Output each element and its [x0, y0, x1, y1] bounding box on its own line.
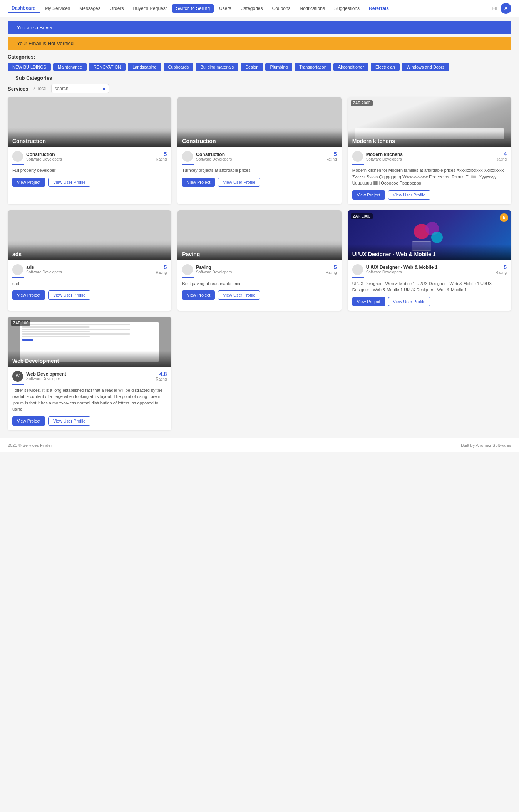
card-separator — [12, 164, 24, 165]
card-price-badge: ZAR 100 — [11, 320, 30, 326]
category-btn[interactable]: Electrician — [371, 63, 400, 71]
card-actions: View Project View User Profile — [352, 297, 507, 306]
view-user-profile-button[interactable]: View User Profile — [388, 190, 430, 200]
search-box[interactable]: ● — [51, 84, 109, 93]
service-description: Turnkey projects at affordable prices — [182, 167, 337, 174]
service-name: Construction — [196, 152, 232, 157]
category-btn[interactable]: Landscaping — [128, 63, 161, 71]
category-btn[interactable]: NEW BUILDINGS — [8, 63, 51, 71]
card-rating-badge: 5 — [500, 213, 508, 222]
card-title-overlay: Construction — [8, 131, 171, 147]
nav-orders[interactable]: Orders — [106, 4, 128, 13]
card-image: ads — [8, 210, 171, 260]
card-actions: View Project View User Profile — [12, 178, 167, 187]
avatar[interactable]: A — [501, 3, 511, 14]
navbar: Dashboard My Services Messages Orders Bu… — [0, 0, 519, 17]
view-user-profile-button[interactable]: View User Profile — [388, 297, 430, 306]
card-body: — Modern kitchens Software Developers 4 … — [348, 147, 511, 204]
category-btn[interactable]: Design — [241, 63, 263, 71]
service-rating: 5 — [164, 151, 167, 157]
nav-coupons[interactable]: Coupons — [268, 4, 295, 13]
card-separator — [352, 164, 364, 165]
view-user-profile-button[interactable]: View User Profile — [48, 416, 90, 426]
card-image: Construction — [8, 97, 171, 147]
category-btn[interactable]: Building materials — [196, 63, 238, 71]
card-title-overlay: Web Development — [8, 351, 171, 367]
nav-categories[interactable]: Categories — [236, 4, 266, 13]
rating-label: Rating — [496, 270, 507, 275]
category-btn[interactable]: Plumbing — [265, 63, 292, 71]
nav-my-services[interactable]: My Services — [41, 4, 74, 13]
card-separator — [352, 277, 364, 278]
nav-messages[interactable]: Messages — [75, 4, 104, 13]
view-project-button[interactable]: View Project — [12, 178, 45, 187]
service-description: I offer services. It is a long establish… — [12, 387, 167, 413]
service-category: Software Developers — [196, 157, 232, 161]
nav-dashboard[interactable]: Dashboard — [8, 4, 40, 13]
view-user-profile-button[interactable]: View User Profile — [218, 290, 260, 300]
service-card: Construction — Construction Software Dev… — [8, 97, 171, 204]
nav-switch-selling[interactable]: Switch to Selling — [172, 4, 214, 13]
category-btn[interactable]: Cupboards — [164, 63, 194, 71]
avatar-initials: HL — [492, 6, 498, 11]
nav-notifications[interactable]: Notifications — [296, 4, 329, 13]
service-name: Web Development — [26, 371, 66, 377]
sub-categories-section: Sub Categories Services 7 Total ● — [8, 75, 511, 93]
nav-users[interactable]: Users — [215, 4, 235, 13]
service-name: Construction — [26, 152, 62, 157]
search-input[interactable] — [55, 86, 101, 91]
card-actions: View Project View User Profile — [12, 290, 167, 300]
category-btn[interactable]: Airconditioner — [333, 63, 368, 71]
card-meta: W Web Development Software Developer 4.8… — [12, 371, 167, 382]
card-title-overlay: Modern kitchens — [348, 131, 511, 147]
card-avatar: — — [12, 151, 23, 162]
card-body: — UI/UX Designer - Web & Mobile 1 Softwa… — [348, 260, 511, 311]
service-description: UI/UX Designer - Web & Mobile 1 UI/UX De… — [352, 280, 507, 293]
card-title-overlay: Construction — [177, 131, 341, 147]
rating-label: Rating — [496, 157, 507, 161]
services-label: Services — [8, 86, 28, 92]
footer-copyright: 2021 © Services Finder — [8, 443, 52, 448]
rating-label: Rating — [156, 377, 167, 381]
view-project-button[interactable]: View Project — [182, 178, 215, 187]
service-name: UI/UX Designer - Web & Mobile 1 — [366, 265, 438, 270]
card-avatar: — — [352, 151, 363, 162]
view-project-button[interactable]: View Project — [352, 297, 385, 306]
footer-built-by: Built by Anomaz Softwares — [461, 443, 511, 448]
card-avatar: — — [182, 264, 193, 275]
category-btn[interactable]: RENOVATION — [89, 63, 126, 71]
view-user-profile-button[interactable]: View User Profile — [48, 178, 90, 187]
card-body: — Construction Software Developers 5 Rat… — [177, 147, 341, 191]
nav-avatar-area: HL A — [492, 3, 511, 14]
category-btn[interactable]: Maintenance — [53, 63, 87, 71]
view-project-button[interactable]: View Project — [352, 190, 385, 200]
view-project-button[interactable]: View Project — [12, 290, 45, 300]
service-description: Modern kitchen for Modern families at af… — [352, 167, 507, 186]
sub-cat-header: Services 7 Total ● — [8, 84, 511, 93]
service-rating: 4 — [504, 151, 507, 157]
nav-suggestions[interactable]: Suggestions — [330, 4, 363, 13]
view-project-button[interactable]: View Project — [182, 290, 215, 300]
rating-label: Rating — [326, 157, 337, 161]
nav-referrals[interactable]: Referrals — [365, 4, 393, 13]
service-category: Software Developers — [26, 270, 62, 274]
card-actions: View Project View User Profile — [182, 178, 337, 187]
category-btn[interactable]: Transportation — [295, 63, 331, 71]
category-btn[interactable]: Windows and Doors — [402, 63, 449, 71]
service-card: Construction — Construction Software Dev… — [177, 97, 341, 204]
service-card: ZAR 2000 Modern kitchens — Modern kitche… — [348, 97, 511, 204]
rating-label: Rating — [156, 157, 167, 161]
view-project-button[interactable]: View Project — [12, 416, 45, 426]
nav-buyers-request[interactable]: Buyer's Request — [129, 4, 171, 13]
service-rating: 5 — [334, 264, 337, 270]
view-user-profile-button[interactable]: View User Profile — [48, 290, 90, 300]
view-user-profile-button[interactable]: View User Profile — [218, 178, 260, 187]
card-meta: — Construction Software Developers 5 Rat… — [12, 151, 167, 162]
service-rating: 5 — [334, 151, 337, 157]
search-icon: ● — [102, 86, 105, 92]
card-avatar: — — [352, 264, 363, 275]
card-body: — Paving Software Developers 5 Rating Be… — [177, 260, 341, 305]
card-meta: — Paving Software Developers 5 Rating — [182, 264, 337, 275]
service-category: Software Developers — [196, 270, 232, 274]
card-avatar: — — [182, 151, 193, 162]
